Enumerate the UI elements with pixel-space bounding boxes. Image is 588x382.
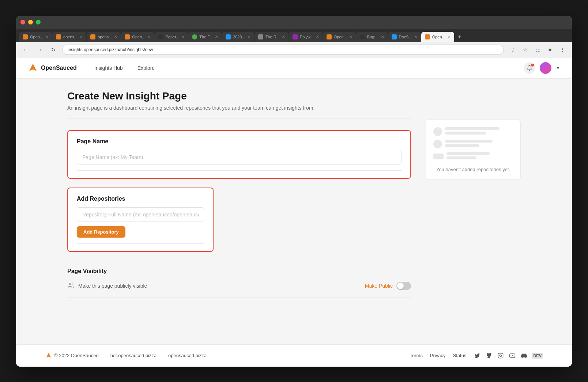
tab-favicon — [23, 34, 28, 39]
footer-opensauced-link[interactable]: opensauced.pizza — [168, 353, 207, 358]
skeleton-circle — [433, 127, 442, 136]
logo[interactable]: OpenSauced — [28, 63, 77, 73]
tab-6[interactable]: The F... ✕ — [188, 32, 222, 42]
people-icon — [67, 282, 75, 290]
tab-close-icon[interactable]: ✕ — [45, 35, 48, 39]
page-name-title: Page Name — [77, 138, 402, 145]
tab-12[interactable]: DocS... ✕ — [388, 32, 421, 42]
skeleton-line — [445, 140, 493, 143]
twitter-icon[interactable] — [474, 352, 481, 359]
tab-close-icon[interactable]: ✕ — [248, 35, 250, 39]
make-public-label: Make Public — [365, 283, 393, 289]
tab-favicon — [392, 34, 397, 39]
tab-close-icon[interactable]: ✕ — [114, 35, 117, 39]
footer-logo-icon — [45, 352, 52, 359]
tab-label: Open... — [432, 35, 445, 39]
public-toggle[interactable] — [396, 282, 411, 290]
tab-close-icon[interactable]: ✕ — [414, 35, 417, 39]
footer-right: Terms Privacy Status — [410, 352, 543, 359]
bookmark-icon[interactable]: ☆ — [520, 45, 530, 55]
tab-label: Polyw... — [300, 35, 314, 39]
skeleton-row-2 — [433, 140, 513, 148]
tab-close-icon[interactable]: ✕ — [381, 35, 384, 39]
footer: © 2022 OpenSauced hot.opensauced.pizza o… — [16, 344, 572, 367]
menu-icon[interactable]: ⋮ — [557, 45, 568, 55]
logo-icon — [28, 63, 38, 73]
devto-icon[interactable]: DEV — [532, 353, 543, 359]
tab-9[interactable]: Polyw... ✕ — [289, 32, 323, 42]
tab-close-icon[interactable]: ✕ — [349, 35, 352, 39]
preview-card: You haven't added repositories yet. — [426, 120, 521, 180]
nav-right: ▼ — [524, 62, 560, 74]
tab-label: opens... — [98, 35, 112, 39]
tab-favicon — [90, 34, 95, 39]
skeleton-line — [446, 152, 490, 155]
tab-3[interactable]: opens... ✕ — [87, 32, 121, 42]
repository-input[interactable] — [77, 207, 204, 222]
tabs-bar: Open... ✕ opens... ✕ opens... ✕ Open... … — [16, 29, 572, 42]
instagram-icon[interactable] — [497, 352, 504, 359]
discord-icon[interactable] — [520, 352, 528, 359]
tab-active[interactable]: Open... ✕ — [421, 32, 454, 42]
tab-11[interactable]: Bug:... ✕ — [356, 32, 388, 42]
avatar-chevron[interactable]: ▼ — [556, 65, 560, 71]
app-nav: OpenSauced Insights Hub Explore ▼ — [16, 58, 572, 79]
tab-7[interactable]: 2023... ✕ — [222, 32, 254, 42]
skeleton-lines — [445, 140, 513, 148]
tab-5[interactable]: Paper... ✕ — [154, 32, 188, 42]
page-name-input[interactable] — [77, 150, 402, 164]
tab-favicon — [192, 34, 197, 39]
profile-icon[interactable]: ■ — [545, 45, 555, 55]
nav-explore[interactable]: Explore — [135, 64, 158, 72]
form-section: Create New Insight Page An insight page … — [67, 90, 411, 333]
tab-close-icon[interactable]: ✕ — [316, 35, 319, 39]
skeleton-line — [445, 127, 500, 130]
youtube-icon[interactable] — [509, 352, 516, 359]
new-tab-button[interactable]: + — [455, 32, 465, 42]
tab-label: 2023... — [233, 35, 245, 39]
footer-logo: © 2022 OpenSauced — [45, 352, 99, 359]
skeleton-circle — [433, 140, 442, 148]
avatar[interactable] — [540, 62, 551, 74]
share-icon[interactable]: ⇧ — [508, 45, 518, 55]
notification-button[interactable] — [524, 62, 535, 74]
tab-8[interactable]: The R... ✕ — [255, 32, 289, 42]
forward-button[interactable]: → — [34, 45, 45, 55]
visibility-description: Make this page publicly visible — [78, 283, 147, 289]
tab-close-icon[interactable]: ✕ — [215, 35, 218, 39]
reload-button[interactable]: ↻ — [48, 45, 59, 55]
visibility-title: Page Visibility — [67, 268, 411, 275]
tab-label: opens... — [63, 35, 78, 39]
footer-status-link[interactable]: Status — [453, 353, 467, 358]
footer-hot-link[interactable]: hot.opensauced.pizza — [110, 353, 157, 358]
maximize-button[interactable] — [36, 20, 41, 24]
tab-close-icon[interactable]: ✕ — [181, 35, 184, 39]
close-button[interactable] — [20, 20, 25, 24]
extension-icon[interactable]: ⚏ — [532, 45, 543, 55]
github-icon[interactable] — [485, 352, 493, 359]
add-repositories-title: Add Repositories — [77, 196, 204, 202]
minimize-button[interactable] — [28, 20, 33, 24]
tab-10[interactable]: Open... ✕ — [323, 32, 356, 42]
footer-privacy-link[interactable]: Privacy — [430, 353, 446, 358]
address-input[interactable] — [62, 45, 504, 55]
svg-marker-3 — [512, 355, 513, 356]
tab-close-icon[interactable]: ✕ — [448, 35, 451, 39]
tab-close-icon[interactable]: ✕ — [80, 35, 83, 39]
tab-favicon — [56, 34, 61, 39]
tab-1[interactable]: Open... ✕ — [19, 32, 52, 42]
tab-close-icon[interactable]: ✕ — [282, 35, 285, 39]
tab-label: The F... — [199, 35, 213, 39]
nav-insights-hub[interactable]: Insights Hub — [91, 64, 126, 72]
skeleton-lines — [445, 127, 513, 136]
tab-label: Open... — [30, 35, 43, 39]
tab-close-icon[interactable]: ✕ — [147, 35, 150, 39]
tab-4[interactable]: Open... ✕ — [121, 32, 154, 42]
footer-terms-link[interactable]: Terms — [410, 353, 423, 358]
tab-2[interactable]: opens... ✕ — [52, 32, 86, 42]
skeleton-line — [445, 132, 486, 135]
skeleton-row-1 — [433, 127, 513, 136]
back-button[interactable]: ← — [20, 45, 31, 55]
add-repository-button[interactable]: Add Repository — [77, 226, 125, 238]
notification-badge — [531, 64, 534, 67]
